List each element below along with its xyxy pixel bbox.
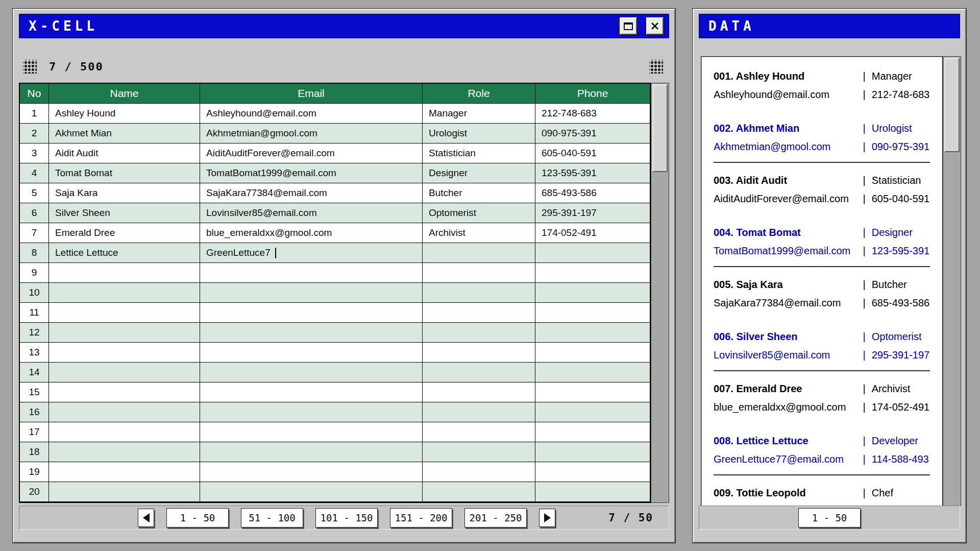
row-number-cell[interactable]: 1	[20, 104, 49, 123]
table-scrollbar[interactable]	[651, 83, 669, 503]
email-cell[interactable]	[200, 422, 423, 442]
phone-cell[interactable]	[535, 243, 650, 262]
maximize-button[interactable]	[620, 17, 637, 35]
role-cell[interactable]	[423, 263, 535, 282]
record[interactable]: 007. Emerald Dree | Archivist blue_emera…	[714, 379, 930, 416]
phone-cell[interactable]	[535, 382, 650, 402]
email-cell[interactable]: AiditAuditForever@email.com	[200, 143, 423, 163]
email-cell[interactable]: GreenLettuce7	[200, 243, 423, 262]
row-number-cell[interactable]: 8	[20, 243, 49, 262]
phone-cell[interactable]: 090-975-391	[535, 124, 650, 143]
row-number-cell[interactable]: 3	[20, 143, 49, 163]
page-button-151-200[interactable]: 151 - 200	[390, 508, 452, 528]
role-cell[interactable]	[423, 462, 535, 482]
column-header-role[interactable]: Role	[423, 84, 535, 103]
email-cell[interactable]: blue_emeraldxx@gmool.com	[200, 223, 423, 243]
row-number-cell[interactable]: 10	[20, 283, 49, 302]
email-cell[interactable]: Akhmetmian@gmool.com	[200, 124, 423, 143]
phone-cell[interactable]	[535, 482, 650, 501]
email-cell[interactable]	[200, 323, 423, 342]
name-cell[interactable]	[49, 402, 200, 422]
page-button-51-100[interactable]: 51 - 100	[241, 508, 303, 528]
row-number-cell[interactable]: 7	[20, 223, 49, 243]
record[interactable]: 003. Aidit Audit | Statistician AiditAud…	[714, 171, 930, 208]
row-number-cell[interactable]: 4	[20, 163, 49, 183]
email-cell[interactable]	[200, 482, 423, 501]
next-page-button[interactable]	[539, 509, 555, 527]
phone-cell[interactable]	[535, 442, 650, 462]
phone-cell[interactable]: 123-595-391	[535, 163, 650, 183]
email-cell[interactable]	[200, 363, 423, 382]
role-cell[interactable]: Optomerist	[423, 203, 535, 223]
phone-cell[interactable]	[535, 402, 650, 422]
name-cell[interactable]: Saja Kara	[49, 183, 200, 203]
page-button-101-150[interactable]: 101 - 150	[315, 508, 378, 528]
email-cell[interactable]	[200, 263, 423, 282]
name-cell[interactable]: Silver Sheen	[49, 203, 200, 223]
name-cell[interactable]	[49, 422, 200, 442]
phone-cell[interactable]: 295-391-197	[535, 203, 650, 223]
name-cell[interactable]	[49, 283, 200, 302]
row-number-cell[interactable]: 20	[20, 482, 49, 501]
email-cell[interactable]: SajaKara77384@email.com	[200, 183, 423, 203]
record[interactable]: 001. Ashley Hound | Manager Ashleyhound@…	[714, 67, 930, 104]
phone-cell[interactable]	[535, 363, 650, 382]
role-cell[interactable]	[423, 402, 535, 422]
row-number-cell[interactable]: 2	[20, 124, 49, 143]
page-button-201-250[interactable]: 201 - 250	[464, 508, 527, 528]
record[interactable]: 002. Akhmet Mian | Urologist Akhmetmian@…	[714, 119, 930, 163]
row-number-cell[interactable]: 19	[20, 462, 49, 482]
name-cell[interactable]	[49, 462, 200, 482]
role-cell[interactable]	[423, 422, 535, 442]
phone-cell[interactable]: 605-040-591	[535, 143, 650, 163]
name-cell[interactable]	[49, 303, 200, 322]
phone-cell[interactable]	[535, 323, 650, 342]
phone-cell[interactable]: 685-493-586	[535, 183, 650, 203]
email-cell[interactable]	[200, 402, 423, 422]
email-cell[interactable]: Lovinsilver85@email.com	[200, 203, 423, 223]
role-cell[interactable]: Manager	[423, 104, 535, 123]
email-cell[interactable]	[200, 382, 423, 402]
column-header-phone[interactable]: Phone	[535, 84, 650, 103]
role-cell[interactable]	[423, 442, 535, 462]
data-page-button[interactable]: 1 - 50	[798, 508, 861, 528]
email-cell[interactable]	[200, 343, 423, 362]
email-cell[interactable]	[200, 283, 423, 302]
phone-cell[interactable]	[535, 343, 650, 362]
name-cell[interactable]	[49, 442, 200, 462]
name-cell[interactable]: Lettice Lettuce	[49, 243, 200, 262]
row-number-cell[interactable]: 13	[20, 343, 49, 362]
data-scrollbar-thumb[interactable]	[944, 58, 960, 152]
role-cell[interactable]: Urologist	[423, 124, 535, 143]
row-number-cell[interactable]: 18	[20, 442, 49, 462]
name-cell[interactable]	[49, 363, 200, 382]
role-cell[interactable]	[423, 482, 535, 501]
name-cell[interactable]	[49, 323, 200, 342]
record[interactable]: 006. Silver Sheen | Optomerist Lovinsilv…	[714, 327, 930, 371]
role-cell[interactable]	[423, 343, 535, 362]
row-number-cell[interactable]: 17	[20, 422, 49, 442]
name-cell[interactable]: Tomat Bomat	[49, 163, 200, 183]
role-cell[interactable]: Statistician	[423, 143, 535, 163]
email-cell[interactable]	[200, 442, 423, 462]
row-number-cell[interactable]: 9	[20, 263, 49, 282]
close-button[interactable]	[646, 17, 664, 35]
table-scrollbar-thumb[interactable]	[652, 84, 668, 172]
name-cell[interactable]: Aidit Audit	[49, 143, 200, 163]
phone-cell[interactable]	[535, 303, 650, 322]
data-titlebar[interactable]: DATA	[699, 14, 960, 38]
phone-cell[interactable]	[535, 422, 650, 442]
page-button-1-50[interactable]: 1 - 50	[166, 508, 229, 528]
role-cell[interactable]	[423, 382, 535, 402]
email-cell[interactable]: TomatBomat1999@email.com	[200, 163, 423, 183]
xcell-titlebar[interactable]: X-CELL	[19, 14, 669, 38]
grid-handle-icon-left[interactable]	[23, 60, 37, 74]
column-header-no[interactable]: No	[20, 84, 49, 103]
name-cell[interactable]	[49, 482, 200, 501]
row-number-cell[interactable]: 12	[20, 323, 49, 342]
email-cell[interactable]: Ashleyhound@email.com	[200, 104, 423, 123]
row-number-cell[interactable]: 6	[20, 203, 49, 223]
column-header-name[interactable]: Name	[49, 84, 200, 103]
role-cell[interactable]: Archivist	[423, 223, 535, 243]
record[interactable]: 004. Tomat Bomat | Designer TomatBomat19…	[714, 223, 930, 267]
